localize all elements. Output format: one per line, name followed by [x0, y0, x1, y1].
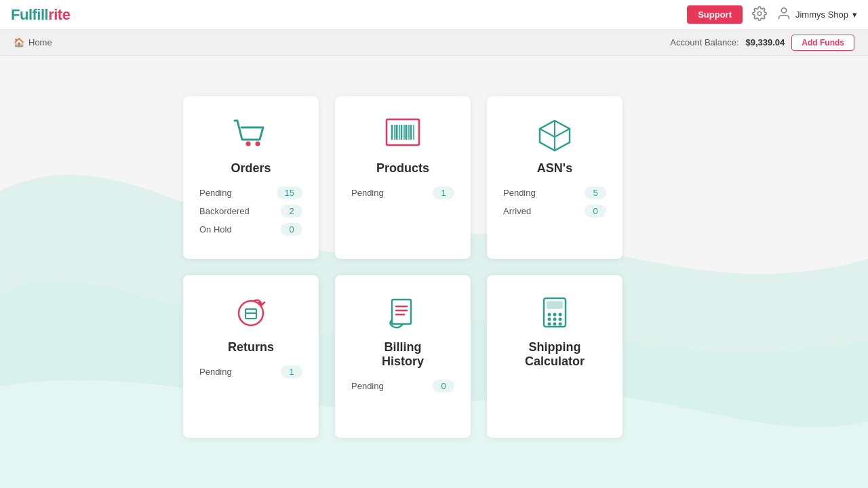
- svg-point-31: [553, 323, 557, 326]
- stat-label: On Hold: [199, 224, 232, 235]
- shipping-title: ShippingCalculator: [503, 340, 606, 369]
- svg-point-30: [548, 323, 551, 326]
- stat-label: Arrived: [503, 206, 531, 216]
- logo: Fulfillrite: [11, 6, 70, 24]
- stat-label: Backordered: [199, 206, 250, 216]
- stat-badge: 0: [585, 205, 606, 218]
- home-icon: 🏠: [14, 37, 24, 47]
- svg-point-28: [553, 318, 557, 321]
- main-content: Orders Pending 15 Backordered 2 On Hold …: [0, 56, 868, 488]
- breadcrumb: 🏠 Home: [14, 37, 52, 47]
- stat-badge: 0: [433, 380, 454, 392]
- balance-value: $9,339.04: [746, 37, 785, 47]
- stat-row: Backordered 2: [199, 205, 302, 218]
- topnav: Fulfillrite Support Jimmys Shop ▾: [0, 0, 868, 30]
- products-card[interactable]: Products Pending 1: [335, 96, 471, 259]
- stat-row: Pending 15: [199, 186, 302, 199]
- card-grid: Orders Pending 15 Backordered 2 On Hold …: [0, 56, 868, 438]
- stat-badge: 5: [585, 186, 606, 199]
- stat-badge: 1: [433, 186, 454, 199]
- stat-row: On Hold 0: [199, 223, 302, 236]
- svg-point-29: [559, 318, 562, 321]
- asns-stats: Pending 5 Arrived 0: [503, 186, 606, 218]
- barcode-icon: [381, 115, 425, 153]
- stat-row: Arrived 0: [503, 205, 606, 218]
- stat-label: Pending: [503, 188, 536, 198]
- svg-point-26: [559, 313, 562, 317]
- stat-badge: 2: [281, 205, 302, 218]
- nav-right: Support Jimmys Shop ▾: [687, 5, 857, 24]
- returns-card[interactable]: Returns Pending 1: [183, 275, 319, 438]
- stat-badge: 1: [281, 365, 302, 378]
- orders-title: Orders: [199, 161, 302, 176]
- add-funds-button[interactable]: Add Funds: [791, 35, 854, 51]
- logo-rite: rite: [48, 6, 70, 23]
- user-menu[interactable]: Jimmys Shop ▾: [776, 6, 857, 23]
- products-title: Products: [351, 161, 454, 176]
- stat-badge: 0: [281, 223, 302, 236]
- returns-stats: Pending 1: [199, 365, 302, 378]
- stat-row: Pending 0: [351, 380, 454, 392]
- billing-stats: Pending 0: [351, 380, 454, 392]
- user-chevron-icon: ▾: [852, 9, 857, 20]
- svg-rect-18: [392, 300, 411, 324]
- billing-title: BillingHistory: [351, 340, 454, 369]
- asns-card[interactable]: ASN's Pending 5 Arrived 0: [487, 96, 623, 259]
- breadcrumb-home[interactable]: Home: [28, 37, 52, 47]
- stat-badge: 15: [277, 186, 302, 199]
- breadcrumb-bar: 🏠 Home Account Balance: $9,339.04 Add Fu…: [0, 30, 868, 56]
- box-icon: [533, 115, 576, 153]
- stat-label: Pending: [199, 367, 232, 377]
- products-stats: Pending 1: [351, 186, 454, 199]
- support-button[interactable]: Support: [687, 5, 743, 24]
- svg-point-3: [256, 142, 260, 146]
- stat-label: Pending: [351, 381, 384, 391]
- stat-row: Pending 1: [199, 365, 302, 378]
- stat-row: Pending 1: [351, 186, 454, 199]
- orders-stats: Pending 15 Backordered 2 On Hold 0: [199, 186, 302, 236]
- cart-icon: [229, 115, 273, 153]
- returns-icon: [229, 294, 273, 332]
- svg-point-32: [559, 323, 562, 326]
- svg-point-27: [548, 318, 551, 321]
- stat-label: Pending: [199, 188, 232, 198]
- billing-icon: [381, 294, 425, 332]
- stat-row: Pending 5: [503, 186, 606, 199]
- calculator-icon: [533, 294, 576, 332]
- orders-card[interactable]: Orders Pending 15 Backordered 2 On Hold …: [183, 96, 319, 259]
- svg-point-24: [548, 313, 551, 317]
- returns-title: Returns: [199, 340, 302, 354]
- svg-point-25: [553, 313, 557, 317]
- svg-point-1: [781, 8, 786, 13]
- user-name: Jimmys Shop: [795, 9, 848, 20]
- balance-label: Account Balance:: [670, 37, 738, 47]
- svg-point-2: [246, 142, 251, 146]
- svg-rect-23: [547, 302, 562, 308]
- shipping-calculator-card[interactable]: ShippingCalculator: [487, 275, 623, 438]
- user-avatar-icon: [776, 6, 791, 23]
- logo-fill: Fulfill: [11, 6, 48, 23]
- asns-title: ASN's: [503, 161, 606, 176]
- billing-history-card[interactable]: BillingHistory Pending 0: [335, 275, 471, 438]
- svg-point-0: [757, 12, 762, 16]
- account-balance-section: Account Balance: $9,339.04 Add Funds: [670, 35, 854, 51]
- stat-label: Pending: [351, 188, 384, 198]
- gear-icon[interactable]: [752, 6, 767, 24]
